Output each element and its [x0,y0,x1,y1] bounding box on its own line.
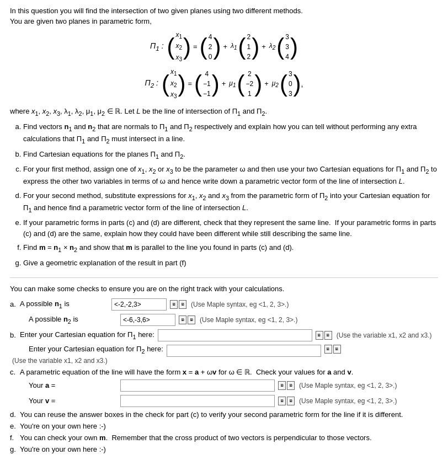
pi1-label: Π1 : [150,41,163,52]
check-a-n1-icons: 🗎 🗎 [170,300,186,309]
spacer-c1 [10,381,18,389]
file-icon-10[interactable]: 🗎 [287,381,295,390]
check-a-n2-input[interactable] [120,314,175,326]
check-a-n2-icons: 🗎 🗎 [179,315,195,324]
check-d-letter: d. [10,410,18,419]
bracket-left7: ( [237,72,245,95]
file-icon-2[interactable]: 🗎 [179,300,186,309]
file-icon-12[interactable]: 🗎 [287,397,295,405]
bracket-right5: ) [178,72,185,95]
check-c: c. A parametric equation of the line wil… [10,368,438,407]
check-a-n1-label: A possible n1 is [20,299,108,309]
check-e-letter: e. [10,422,18,430]
check-a-n1-hint: (Use Maple syntax, eg <1, 2, 3>.) [191,301,289,308]
file-icon-4[interactable]: 🗎 [188,315,195,324]
check-a-n2-label: A possible n2 is [29,315,117,325]
pi2-mu2-vec: ( 3 0 3 ) [280,69,301,99]
file-icon-1[interactable]: 🗎 [170,300,178,309]
pi1-base: ( 4 2 0 ) [200,32,221,62]
check-c-v-row: Your v = 🗎 🗎 (Use Maple syntax, eg <1, 2… [10,395,438,407]
check-g-note: You're on your own here :-) [20,445,106,453]
check-c-v-input[interactable] [120,395,275,407]
file-icon-7[interactable]: 🗎 [324,345,332,354]
planes-container: Π1 : ( x1 x2 x3 ) = ( 4 2 0 ) + λ1 ( [10,30,438,104]
plus4: + [264,79,269,88]
check-c-a-icons: 🗎 🗎 [278,381,295,390]
bracket-left2: ( [200,35,207,58]
pi2-lhs-col: x1 x2 x3 [170,67,177,100]
check-a-row2: A possible n2 is 🗎 🗎 (Use Maple syntax, … [10,314,438,326]
check-b-pi1-input[interactable] [158,329,312,341]
check-d-note: You can reuse the answer boxes in the ch… [20,410,403,419]
spacer-c2 [10,397,18,405]
pi1-lhs: ( x1 x2 x3 ) [167,30,191,63]
spacer-a [10,315,18,324]
bracket-left5: ( [162,72,169,95]
check-d: d. You can reuse the answer boxes in the… [10,410,438,419]
pi2-label: Π2 : [145,78,158,89]
check-b-row2: Enter your Cartesian equation for Π2 her… [10,345,438,365]
bracket-left: ( [167,35,175,58]
divider [10,277,438,278]
bracket-left3: ( [238,35,246,58]
plane1-row: Π1 : ( x1 x2 x3 ) = ( 4 2 0 ) + λ1 ( [150,30,298,63]
check-b-pi2-hint: (Use the variable x1, x2 and x3.) [12,357,108,365]
pi1-lhs-col: x1 x2 x3 [176,30,183,63]
comma: , [301,79,303,88]
file-icon-3[interactable]: 🗎 [179,315,186,324]
pi2-lhs: ( x1 x2 x3 ) [162,67,186,100]
check-a-n2-hint: (Use Maple syntax, eg <1, 2, 3>.) [200,316,297,324]
bracket-right6: ) [212,72,220,95]
plus1: + [223,42,227,51]
file-icon-8[interactable]: 🗎 [333,345,341,354]
check-f-letter: f. [10,434,18,442]
check-f: f. You can check your own m. Remember th… [10,434,438,442]
file-icon-11[interactable]: 🗎 [278,397,286,405]
pi1-lam2-col: 3 3 4 [285,32,289,62]
pi1-base-col: 4 2 0 [209,32,212,62]
bracket-right: ) [183,35,191,58]
equals1: = [193,42,198,51]
check-c-a-hint: (Use Maple syntax, eg <1, 2, 3>.) [299,382,397,389]
check-g-letter: g. [10,445,18,453]
check-a-n1-input[interactable] [111,298,167,311]
check-b-pi1-hint: (Use the variable x1, x2 and x3.) [337,331,432,339]
file-icon-6[interactable]: 🗎 [324,331,332,340]
pi1-lam1-col: 2 1 2 [247,32,250,62]
plane2-row: Π2 : ( x1 x2 x3 ) = ( 4 −1 −1 ) + μ1 ( 2 [145,67,303,100]
question-a: Find vectors n1 and n2 that are normals … [23,121,438,146]
check-e-row: e. You're on your own here :-) [10,422,438,430]
check-b-pi2-input[interactable] [167,345,321,357]
questions-list: Find vectors n1 and n2 that are normals … [10,121,438,269]
bracket-right8: ) [294,72,301,95]
bracket-left4: ( [276,35,284,58]
question-f: Find m = n1 × n2 and show that m is para… [23,242,438,254]
pi1-lambda2: λ2 [269,42,275,51]
check-a-row1: a. A possible n1 is 🗎 🗎 (Use Maple synta… [10,298,438,311]
bracket-right4: ) [290,35,298,58]
check-e: e. You're on your own here :-) [10,422,438,430]
check-b-pi1-icons: 🗎 🗎 [316,331,332,340]
file-icon-5[interactable]: 🗎 [316,331,323,340]
check-b-pi2-icons: 🗎 🗎 [324,345,341,354]
question-d: For your second method, substitute expre… [23,190,438,215]
pi2-mu1: μ1 [229,79,236,88]
check-c-intro-row: c. A parametric equation of the line wil… [10,368,438,376]
check-b-letter: b. [10,331,18,339]
question-e: If your parametric forms in parts (c) an… [23,217,438,239]
pi2-base-col: 4 −1 −1 [203,69,211,99]
checks-intro: You can make some checks to ensure you a… [10,285,438,293]
intro-line1: In this question you will find the inter… [10,7,438,15]
check-c-a-input[interactable] [120,379,275,392]
check-b: b. Enter your Cartesian equation for Π1 … [10,329,438,365]
bracket-right3: ) [252,35,259,58]
check-c-v-label: Your v = [29,397,117,405]
question-c: For your first method, assign one of x1,… [23,164,438,186]
check-e-note: You're on your own here :-) [20,422,106,430]
bracket-right2: ) [213,35,221,58]
check-c-a-row: Your a = 🗎 🗎 (Use Maple syntax, eg <1, 2… [10,379,438,392]
bracket-right7: ) [254,72,262,95]
file-icon-9[interactable]: 🗎 [278,381,286,390]
equals2: = [188,79,192,88]
bracket-left6: ( [194,72,202,95]
